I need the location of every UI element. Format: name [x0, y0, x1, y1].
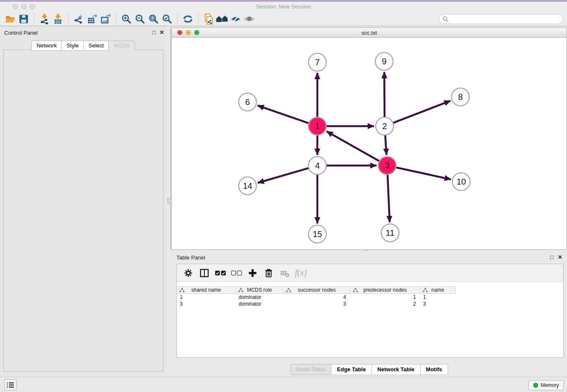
select-all-columns-button[interactable]	[212, 265, 228, 281]
table-toolbar: f(x)	[177, 264, 563, 282]
graph-edge-4-14[interactable]	[258, 168, 310, 183]
open-session-button[interactable]	[3, 13, 17, 25]
network-canvas[interactable]: 7968124314101511	[172, 38, 567, 249]
graph-node-label: 15	[313, 229, 322, 239]
zoom-fit-icon	[148, 14, 159, 25]
column-header-successor-nodes[interactable]: successor nodes	[284, 287, 350, 293]
hierarchy-icon	[179, 288, 184, 293]
first-neighbors-button[interactable]	[215, 13, 229, 25]
table-cell[interactable]: dominator	[236, 301, 284, 308]
table-row[interactable]: 1dominator411	[177, 294, 563, 301]
table-cell[interactable]: 1	[177, 294, 236, 301]
table-options-button[interactable]	[180, 265, 196, 281]
table-cell[interactable]: 1	[420, 294, 456, 301]
tab-mcds[interactable]: MCDS	[109, 41, 135, 51]
window-title: Session: New Session	[0, 2, 567, 12]
graph-node-label: 1	[315, 121, 319, 131]
search-input[interactable]	[450, 16, 563, 22]
node-table-container: f(x) shared nameMCDS rolesuccessor nodes…	[176, 264, 564, 358]
network-graph[interactable]: 7968124314101511	[172, 38, 567, 249]
import-network-icon	[39, 14, 50, 25]
tab-select[interactable]: Select	[84, 41, 109, 51]
graph-edge-3-1[interactable]	[327, 131, 380, 161]
trash-icon	[264, 268, 273, 278]
graph-node-label: 2	[382, 121, 387, 131]
delete-column-button[interactable]	[261, 265, 277, 281]
minimize-window-button[interactable]	[21, 4, 27, 9]
float-table-panel-icon[interactable]: □	[550, 254, 553, 260]
splitter-grip[interactable]	[167, 198, 171, 204]
refresh-layout-button[interactable]	[181, 13, 195, 25]
memory-label: Memory	[541, 382, 559, 388]
column-header-predecessor-nodes[interactable]: predecessor nodes	[350, 287, 420, 293]
network-minimize-button[interactable]: −	[186, 30, 191, 35]
column-header-shared-name[interactable]: shared name	[177, 287, 236, 293]
table-cell[interactable]: 4	[284, 294, 350, 301]
list-icon	[7, 382, 14, 388]
zoom-selected-icon	[162, 14, 173, 25]
close-panel-icon[interactable]: ✕	[160, 29, 164, 36]
toolbar-separator	[177, 14, 178, 25]
table-cell[interactable]: 2	[350, 301, 420, 308]
export-network-button[interactable]	[72, 13, 85, 25]
table-cell[interactable]: 1	[350, 294, 420, 301]
show-all-button[interactable]	[242, 13, 256, 25]
apply-function-button[interactable]: f(x)	[293, 265, 309, 281]
column-header-MCDS-role[interactable]: MCDS role	[236, 287, 284, 293]
table-cell[interactable]: 3	[284, 301, 350, 308]
tab-node-table[interactable]: Node Table	[290, 364, 331, 375]
close-table-panel-icon[interactable]: ✕	[558, 254, 562, 260]
zoom-window-button[interactable]	[30, 4, 35, 9]
tab-network[interactable]: Network	[31, 41, 62, 51]
control-panel-title: Control Panel	[4, 30, 38, 36]
deselect-all-columns-button[interactable]	[228, 265, 245, 281]
delete-table-button[interactable]	[277, 265, 293, 281]
graph-edge-2-3[interactable]	[385, 134, 386, 155]
new-network-from-selection-button[interactable]	[202, 13, 215, 25]
export-image-button[interactable]	[99, 13, 113, 25]
tab-edge-table[interactable]: Edge Table	[331, 364, 372, 375]
tab-motifs[interactable]: Motifs	[421, 364, 448, 375]
network-zoom-button[interactable]: +	[194, 30, 199, 35]
import-network-button[interactable]	[38, 13, 51, 25]
import-table-icon	[52, 14, 63, 25]
table-cell[interactable]: dominator	[236, 294, 284, 301]
panel-splitter[interactable]	[171, 28, 171, 250]
hide-selected-button[interactable]	[229, 13, 242, 25]
graph-node-label: 9	[382, 57, 386, 66]
show-columns-button[interactable]	[196, 265, 212, 281]
save-session-button[interactable]	[17, 13, 30, 25]
zoom-out-button[interactable]	[133, 13, 147, 25]
table-cell[interactable]: 3	[420, 301, 456, 308]
memory-button[interactable]: Memory	[528, 380, 564, 390]
show-panel-dock-button[interactable]	[4, 379, 17, 390]
tab-style[interactable]: Style	[62, 41, 84, 51]
add-column-button[interactable]	[245, 265, 261, 281]
export-image-icon	[100, 14, 111, 25]
import-table-button[interactable]	[51, 13, 65, 25]
graph-edge-3-10[interactable]	[395, 167, 451, 179]
zoom-selected-button[interactable]	[160, 13, 174, 25]
close-window-button[interactable]	[13, 4, 18, 9]
search-field[interactable]	[439, 14, 563, 24]
network-close-button[interactable]: ×	[177, 30, 182, 35]
network-window-titlebar[interactable]: × − + scc.txt	[172, 28, 567, 38]
graph-edge-3-11[interactable]	[388, 174, 390, 222]
export-table-button[interactable]	[85, 13, 99, 25]
network-view-window: × − + scc.txt 7968124314101511	[171, 28, 567, 250]
tab-network-table[interactable]: Network Table	[372, 364, 421, 375]
titlebar[interactable]: Session: New Session	[0, 2, 567, 12]
float-panel-icon[interactable]: □	[152, 29, 156, 36]
graph-edge-2-9[interactable]	[384, 72, 385, 118]
toolbar-separator	[116, 14, 116, 25]
graph-edge-1-6[interactable]	[258, 105, 310, 124]
open-folder-icon	[5, 14, 16, 25]
column-header-name[interactable]: name	[420, 287, 456, 293]
table-cell[interactable]: 3	[177, 301, 236, 308]
zoom-fit-button[interactable]	[147, 13, 160, 25]
graph-node-label: 7	[315, 58, 319, 67]
zoom-in-button[interactable]	[120, 13, 133, 25]
graph-edge-2-8[interactable]	[392, 101, 451, 123]
refresh-icon	[182, 14, 193, 25]
table-row[interactable]: 3dominator323	[177, 301, 563, 308]
